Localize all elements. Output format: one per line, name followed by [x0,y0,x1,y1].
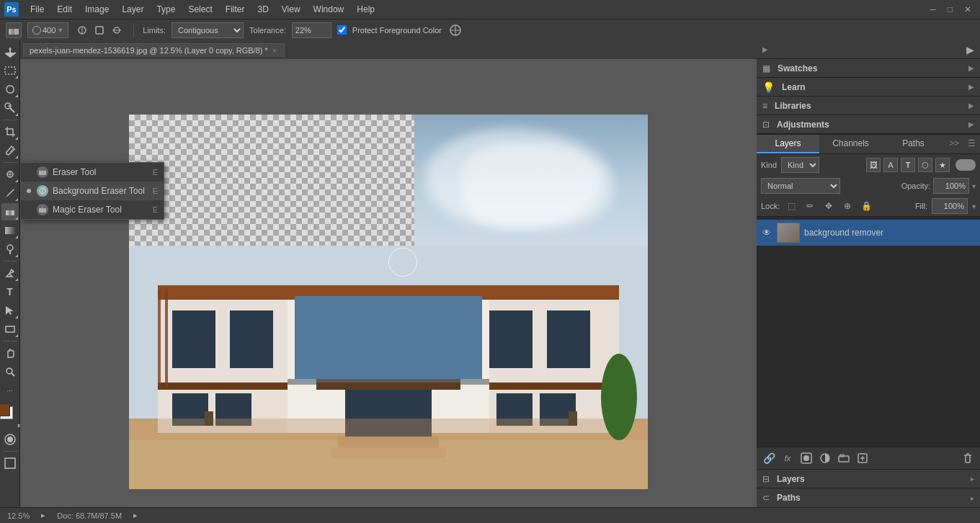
color-panel-header[interactable]: ▶ ▶ [757,40,980,59]
swatches-panel-header[interactable]: ▦ Swatches ▶ [757,59,980,78]
dodge-tool[interactable] [1,241,19,258]
svg-point-31 [7,437,13,442]
swatches-panel-title: Swatches [778,63,817,73]
brush-tool-btn[interactable] [74,22,90,38]
more-tools[interactable]: ··· [1,382,19,399]
filter-kind-select[interactable]: Kind [781,157,819,173]
delete-layer-btn[interactable] [960,450,976,466]
fill-input[interactable] [932,198,968,214]
lock-pixels-btn[interactable]: ✏ [803,199,817,213]
gradient-tool[interactable] [1,222,19,239]
menu-view[interactable]: View [276,3,306,16]
lock-artboard-btn[interactable]: ⊕ [840,199,855,213]
layers-overflow-btn[interactable]: >> [945,135,963,153]
filter-adjustment-btn[interactable]: A [883,158,898,172]
filter-toggle[interactable] [956,159,976,171]
fill-chevron[interactable]: ▾ [972,202,976,210]
tolerance-input[interactable] [292,22,331,38]
background-eraser-option[interactable]: Background Eraser Tool E [21,182,164,200]
healing-brush-tool[interactable] [1,166,19,183]
menu-file[interactable]: File [24,3,50,16]
marquee-tool[interactable] [1,62,19,79]
paths-tab[interactable]: Paths [882,135,945,153]
learn-panel-header[interactable]: 💡 Learn ▶ [757,78,980,97]
libraries-panel-header[interactable]: ≡ Libraries ▶ [757,97,980,115]
canvas-viewport[interactable] [20,59,757,507]
document-tab-label: pexels-juan-mendez-1536619.jpg @ 12.5% (… [30,46,268,55]
move-tool[interactable] [1,43,19,61]
opacity-input[interactable] [933,178,969,194]
magic-eraser-option[interactable]: Magic Eraser Tool E [21,200,164,219]
status-arrow[interactable]: ▸ [41,511,45,520]
layer-visibility-toggle[interactable]: 👁 [761,227,772,238]
pencil-tool-btn[interactable] [92,22,107,38]
group-layers-btn[interactable] [836,450,852,466]
protect-fg-checkbox[interactable] [337,25,347,35]
document-tab[interactable]: pexels-juan-mendez-1536619.jpg @ 12.5% (… [23,43,285,57]
layer-effects-btn[interactable]: fx [780,450,796,466]
menu-help[interactable]: Help [351,3,380,16]
eraser-tool[interactable] [1,203,19,220]
status-nav-arrow[interactable]: ▸ [133,511,138,520]
channels-tab[interactable]: Channels [819,135,882,153]
rectangle-tool[interactable] [1,321,19,338]
adjustments-panel-header[interactable]: ⊡ Adjustments ▶ [757,115,980,134]
lasso-tool[interactable] [1,81,19,98]
filter-shape-btn[interactable]: ⬡ [918,158,932,172]
layer-item-background-remover[interactable]: 👁 background remover [757,220,980,246]
zoom-tool[interactable] [1,363,19,380]
menu-type[interactable]: Type [151,3,181,16]
add-mask-btn[interactable] [798,450,814,466]
svg-rect-71 [39,208,46,213]
menu-filter[interactable]: Filter [220,3,251,16]
filter-pixel-btn[interactable]: 🖼 [866,158,881,172]
menu-3d[interactable]: 3D [251,3,274,16]
crop-tool[interactable] [1,123,19,140]
adjustment-layer-btn[interactable] [817,450,833,466]
hand-tool[interactable] [1,344,19,362]
mini-paths-panel-header[interactable]: ⊂ Paths ▸ [757,488,980,507]
path-selection-tool[interactable] [1,302,19,319]
link-layers-btn[interactable]: 🔗 [761,450,777,466]
close-button[interactable]: ✕ [960,4,976,14]
blend-mode-select[interactable]: Normal Dissolve Multiply Screen Overlay [761,178,840,194]
filter-type-btn[interactable]: T [901,158,915,172]
layers-options-btn[interactable]: ☰ [963,135,980,153]
limits-select[interactable]: Contiguous Discontiguous Find Edges [172,22,244,38]
airbrush-tool-btn[interactable] [109,22,125,38]
lock-position-btn[interactable]: ✥ [821,199,836,213]
menu-select[interactable]: Select [182,3,218,16]
menu-edit[interactable]: Edit [51,3,78,16]
mini-paths-title: Paths [777,493,801,503]
menu-image[interactable]: Image [79,3,115,16]
sample-all-layers-btn[interactable] [447,22,463,38]
brush-tool[interactable] [1,184,19,202]
brush-dropdown-icon[interactable]: ▼ [57,27,63,34]
magic-eraser-shortcut: E [153,205,158,214]
eraser-tool-option[interactable]: Eraser Tool E [21,163,164,182]
svg-rect-22 [9,210,12,215]
menu-layer[interactable]: Layer [116,3,149,16]
layers-tab[interactable]: Layers [757,135,819,153]
menu-window[interactable]: Window [308,3,350,16]
eyedropper-tool[interactable] [1,142,19,159]
lock-transparent-btn[interactable]: ⬚ [784,199,798,213]
eraser-tool-icon[interactable] [6,22,22,38]
filter-smart-btn[interactable]: ★ [935,158,950,172]
screen-mode-btn[interactable] [1,455,19,472]
pen-tool[interactable] [1,264,19,282]
svg-rect-23 [5,227,15,234]
new-layer-btn[interactable] [855,450,870,466]
minimize-button[interactable]: ─ [925,4,940,14]
learn-panel-arrow: ▶ [968,83,974,91]
foreground-color-swatch[interactable] [0,403,10,416]
text-tool[interactable]: T [1,283,19,300]
quick-mask-btn[interactable] [1,431,19,448]
lock-all-btn[interactable]: 🔒 [859,199,873,213]
mini-layers-panel-header[interactable]: ⊟ Layers ▸ [757,470,980,488]
magic-wand-tool[interactable] [1,99,19,117]
opacity-chevron[interactable]: ▾ [972,182,976,190]
color-picker[interactable]: ⇄ [0,403,23,429]
tab-close-button[interactable]: × [271,46,278,55]
maximize-button[interactable]: □ [943,4,957,14]
